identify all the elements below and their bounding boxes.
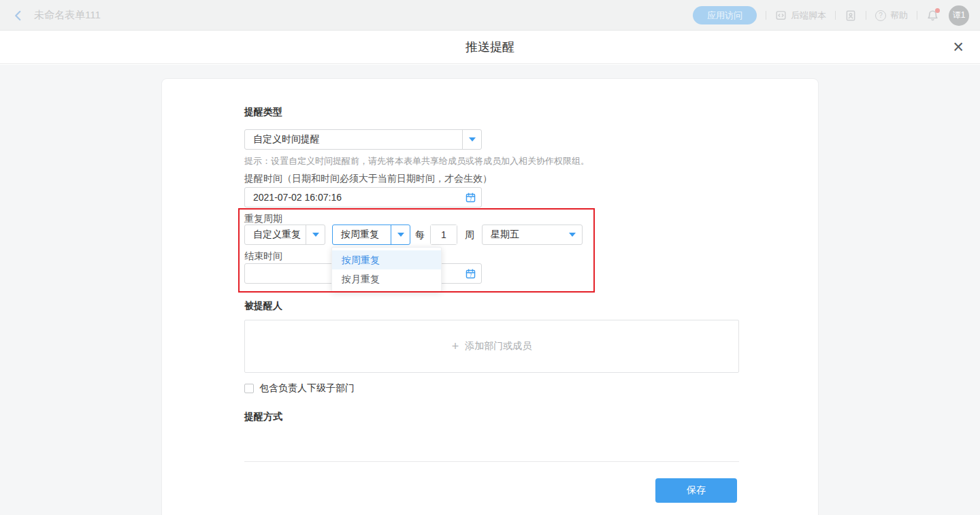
reminder-time-input[interactable] xyxy=(245,188,481,207)
repeat-mode-value: 自定义重复 xyxy=(245,229,306,241)
reminder-type-value: 自定义时间提醒 xyxy=(245,133,462,146)
repeat-frequency-select[interactable]: 按周重复 xyxy=(332,225,410,245)
topbar-divider xyxy=(835,11,836,20)
repeat-mode-select[interactable]: 自定义重复 xyxy=(244,225,325,245)
add-member-label: 添加部门或成员 xyxy=(465,340,532,352)
help-label: 帮助 xyxy=(890,10,908,22)
end-time-label: 结束时间 xyxy=(244,250,282,262)
dropdown-option-weekly[interactable]: 按周重复 xyxy=(332,250,441,269)
svg-text:7: 7 xyxy=(470,197,472,201)
dialog-body: 提醒类型 自定义时间提醒 提示：设置自定义时间提醒前，请先将本表单共享给成员或将… xyxy=(0,65,980,515)
include-sub-row: 包含负责人下级子部门 xyxy=(244,382,355,395)
method-label: 提醒方式 xyxy=(244,410,282,422)
reminder-time-label: 提醒时间（日期和时间必须大于当前日期时间，才会生效） xyxy=(244,172,492,184)
hint-text: 提示：设置自定义时间提醒前，请先将本表单共享给成员或将成员加入相关协作权限组。 xyxy=(244,156,589,167)
app-access-button[interactable]: 应用访问 xyxy=(693,6,757,24)
topbar-divider xyxy=(866,11,866,20)
repeat-frequency-value: 按周重复 xyxy=(333,229,391,241)
backend-script-label: 后端脚本 xyxy=(791,10,826,22)
help-icon: ? xyxy=(875,10,886,21)
topbar-divider xyxy=(766,11,766,20)
include-sub-label: 包含负责人下级子部门 xyxy=(259,382,355,395)
notifications-button[interactable] xyxy=(926,9,940,22)
interval-input[interactable] xyxy=(431,225,457,244)
topbar-divider xyxy=(917,11,917,20)
interval-input-wrap xyxy=(430,225,457,245)
reminder-type-label: 提醒类型 xyxy=(244,105,282,118)
include-sub-checkbox[interactable] xyxy=(244,384,254,393)
divider xyxy=(244,461,739,462)
save-button[interactable]: 保存 xyxy=(655,478,737,503)
chevron-down-icon xyxy=(397,233,404,237)
reminder-time-input-wrap: 7 xyxy=(244,187,482,207)
dropdown-option-monthly[interactable]: 按月重复 xyxy=(332,269,441,288)
app-window: 未命名表单111 应用访问 后端脚本 ? 帮助 xyxy=(0,0,980,515)
chevron-down-icon xyxy=(469,137,476,142)
avatar[interactable]: 谭1 xyxy=(949,5,969,26)
code-icon xyxy=(775,10,787,21)
topbar: 未命名表单111 应用访问 后端脚本 ? 帮助 xyxy=(0,0,980,31)
notification-dot xyxy=(935,8,940,13)
weekday-select[interactable]: 星期五 xyxy=(482,225,583,245)
recipients-label: 被提醒人 xyxy=(244,299,282,312)
frequency-dropdown-menu: 按周重复 按月重复 xyxy=(331,247,442,292)
add-member-button[interactable]: + 添加部门或成员 xyxy=(244,320,739,373)
dialog-header: 推送提醒 × xyxy=(0,31,980,64)
dialog-title: 推送提醒 xyxy=(0,31,980,64)
calendar-icon[interactable]: 7 xyxy=(465,268,476,282)
chevron-down-icon xyxy=(569,233,576,237)
reminder-type-select[interactable]: 自定义时间提醒 xyxy=(244,129,482,150)
weekday-value: 星期五 xyxy=(483,229,563,241)
help-button[interactable]: ? 帮助 xyxy=(875,10,908,22)
repeat-cycle-label: 重复周期 xyxy=(244,212,282,225)
calendar-icon[interactable]: 7 xyxy=(465,192,476,206)
reminder-settings-card: 提醒类型 自定义时间提醒 提示：设置自定义时间提醒前，请先将本表单共享给成员或将… xyxy=(161,78,819,515)
backend-script-button[interactable]: 后端脚本 xyxy=(775,10,826,22)
svg-text:7: 7 xyxy=(470,273,472,278)
contacts-icon[interactable] xyxy=(845,10,857,22)
form-title: 未命名表单111 xyxy=(34,9,101,22)
every-label: 每 xyxy=(415,225,425,245)
chevron-down-icon xyxy=(312,233,319,237)
back-icon[interactable] xyxy=(12,10,24,22)
plus-icon: + xyxy=(452,339,459,354)
unit-label: 周 xyxy=(465,225,474,245)
close-icon[interactable]: × xyxy=(953,31,964,64)
